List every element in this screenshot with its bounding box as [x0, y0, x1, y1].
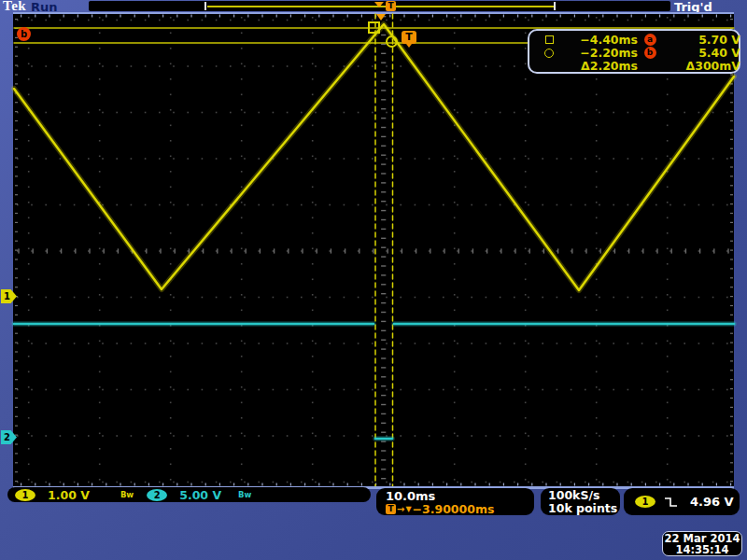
falling-edge-icon — [664, 497, 678, 508]
trigger-position-value: −3.90000ms — [413, 502, 495, 516]
cursor1-square-marker-icon[interactable] — [368, 21, 380, 34]
ch1-scale: 1.00 V — [48, 488, 90, 502]
cursor-b-badge[interactable]: b — [17, 27, 31, 41]
cursor-row-1: −4.40ms a 5.70 V — [535, 33, 735, 46]
channel-readout-box[interactable]: 1 1.00 V Bw 2 5.00 V Bw — [7, 487, 371, 502]
square-cursor-icon — [545, 35, 554, 44]
cursor2-circle-marker-icon[interactable] — [386, 35, 398, 48]
cursor2-time: −2.20ms — [580, 46, 638, 60]
ch2-scale: 5.00 V — [179, 488, 221, 502]
record-view-left-bracket-icon — [204, 2, 206, 10]
record-view-right-bracket-icon — [554, 2, 556, 10]
ch2-badge[interactable]: 2 — [147, 489, 167, 501]
ch1-bandwidth-icon: Bw — [120, 490, 134, 499]
trigger-t-icon[interactable]: T — [386, 1, 396, 11]
timebase-scale: 10.0ms — [386, 489, 534, 503]
cursor-delta-row: Δ2.20ms Δ300mV — [535, 59, 735, 72]
ch2-bandwidth-icon: Bw — [238, 490, 251, 499]
triangle-down-icon: ▼ — [405, 505, 411, 513]
trigger-position-readout: T → ▼ −3.90000ms — [386, 503, 534, 515]
cursor-a-badge: a — [644, 34, 656, 46]
cursor1-time: −4.40ms — [580, 33, 638, 47]
trigger-t-badge-stem-icon — [406, 44, 412, 48]
trigger-t-glyph-icon: T — [386, 504, 396, 514]
datetime-box: 22 Mar 2014 14:35:14 — [662, 531, 742, 556]
ch1-badge[interactable]: 1 — [15, 489, 35, 501]
oscilloscope-display: Tek Run T Trig'd b T 1 2 −4.40ms a 5.70 … — [0, 0, 747, 560]
cursor-a-voltage: 5.70 V — [698, 33, 740, 47]
acquisition-readout-box[interactable]: 100kS/s 10k points — [541, 488, 620, 515]
timebase-readout-box[interactable]: 10.0ms T → ▼ −3.90000ms — [376, 488, 534, 515]
cursor-row-2: −2.20ms b 5.40 V — [535, 46, 735, 59]
graticule-area — [13, 14, 734, 486]
cursor-b-badge-small: b — [644, 47, 656, 59]
record-length: 10k points — [548, 502, 620, 515]
time-label: 14:35:14 — [663, 544, 741, 555]
arrow-right-icon: → — [397, 504, 404, 514]
trigger-readout-box[interactable]: 1 4.96 V — [624, 488, 740, 515]
trigger-source-badge: 1 — [635, 496, 655, 508]
cursor-b-voltage: 5.40 V — [698, 46, 740, 60]
trigger-level: 4.96 V — [690, 495, 734, 509]
trigger-t-badge[interactable]: T — [402, 31, 416, 44]
acquisition-preview-bar[interactable]: T — [89, 1, 670, 11]
sample-rate: 100kS/s — [548, 489, 620, 502]
delta-voltage: Δ300mV — [686, 59, 740, 73]
delta-time: Δ2.20ms — [581, 59, 638, 73]
trigger-position-triangle-icon[interactable] — [374, 2, 384, 7]
trigger-point-triangle-icon[interactable] — [376, 14, 386, 21]
circle-cursor-icon — [544, 49, 554, 58]
cursor-readout-panel: −4.40ms a 5.70 V −2.20ms b 5.40 V Δ2.20m… — [528, 29, 740, 74]
